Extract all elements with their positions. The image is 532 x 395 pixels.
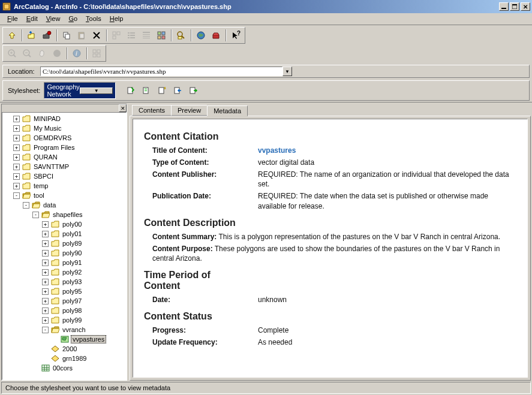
tab-metadata[interactable]: Metadata — [207, 105, 248, 116]
thumbnails-button[interactable] — [155, 29, 168, 42]
create-metadata-button[interactable] — [155, 84, 169, 97]
create-thumbnail-button[interactable] — [90, 47, 103, 60]
tree-item[interactable]: +poly91 — [2, 258, 126, 267]
edit-metadata-button[interactable] — [124, 84, 137, 97]
tree-item[interactable]: +OEMDRVRS — [2, 133, 126, 143]
tree-toggle[interactable]: - — [32, 212, 39, 218]
arcmap-button[interactable] — [194, 29, 208, 42]
tab-preview[interactable]: Preview — [171, 105, 208, 116]
tree-toggle[interactable]: + — [13, 116, 20, 122]
tree-toggle[interactable]: + — [13, 154, 20, 161]
tree-item[interactable]: grn1989 — [2, 354, 126, 363]
svg-rect-18 — [130, 37, 135, 38]
tree-toggle[interactable]: + — [13, 144, 20, 151]
tab-contents[interactable]: Contents — [132, 105, 172, 116]
help-pointer-button[interactable]: ? — [229, 29, 242, 42]
tree-item[interactable]: -shapefiles — [2, 210, 126, 219]
tree-item[interactable]: +poly98 — [2, 306, 126, 315]
location-input[interactable] — [40, 67, 282, 76]
titlebar: ArcCatalog - ArcInfo - C:\tool\data\shap… — [0, 0, 532, 13]
title-value[interactable]: vvpastures — [258, 146, 516, 156]
tree-toggle[interactable]: + — [13, 173, 20, 180]
tree-item[interactable]: -tool — [2, 191, 126, 200]
tree-item[interactable]: +SBPCI — [2, 171, 126, 181]
tree-toggle[interactable]: + — [13, 164, 20, 170]
tree-toggle[interactable]: + — [13, 135, 20, 141]
tree-toggle[interactable]: + — [42, 221, 49, 228]
tree-toggle[interactable]: + — [42, 269, 49, 276]
list-button[interactable] — [125, 29, 138, 42]
tree-item[interactable]: -vvranch — [2, 325, 126, 334]
paste-button[interactable] — [75, 29, 88, 42]
import-metadata-button[interactable] — [171, 84, 184, 97]
tree-item[interactable]: +SAVNTTMP — [2, 162, 126, 171]
tree-toggle[interactable]: + — [42, 307, 49, 314]
tree-item[interactable]: +MINIPAD — [2, 114, 126, 123]
tree-item[interactable]: +poly95 — [2, 287, 126, 296]
arctoolbox-button[interactable] — [209, 29, 223, 42]
svg-rect-28 — [178, 37, 182, 39]
tree-toggle[interactable]: + — [13, 183, 20, 189]
tree-toggle[interactable]: + — [42, 240, 49, 247]
menu-file[interactable]: FFileile — [4, 14, 22, 23]
svg-rect-36 — [93, 50, 96, 53]
tree-item[interactable]: +poly90 — [2, 248, 126, 258]
delete-button[interactable] — [90, 29, 103, 42]
svg-rect-37 — [97, 50, 100, 53]
tree-item[interactable]: 2000 — [2, 344, 126, 354]
tree-item[interactable]: +My Music — [2, 123, 126, 133]
location-dropdown-button[interactable]: ▼ — [282, 67, 292, 76]
tree-toggle[interactable]: - — [42, 327, 49, 333]
tree-item[interactable]: +poly89 — [2, 239, 126, 248]
tree-item[interactable]: +Program Files — [2, 143, 126, 152]
tree-toggle[interactable]: + — [42, 231, 49, 237]
up-button[interactable] — [5, 29, 19, 42]
tree-item[interactable]: -data — [2, 200, 126, 210]
tree-item[interactable]: +poly00 — [2, 219, 126, 229]
tree-scroll[interactable]: +MINIPAD+My Music+OEMDRVRS+Program Files… — [2, 112, 127, 380]
close-button[interactable]: ✕ — [521, 2, 530, 11]
tree-item[interactable]: +temp — [2, 181, 126, 191]
tree-item[interactable]: +QURAN — [2, 152, 126, 162]
tree-item[interactable]: +poly99 — [2, 315, 126, 325]
menu-view[interactable]: View — [43, 14, 64, 23]
tree-close-button[interactable]: ✕ — [119, 104, 127, 112]
menu-go[interactable]: Go — [65, 14, 81, 23]
metadata-view[interactable]: Content Citation Title of Content:vvpast… — [133, 119, 528, 378]
tree-toggle[interactable]: + — [42, 279, 49, 285]
export-metadata-button[interactable] — [187, 84, 200, 97]
metadata-properties-button[interactable] — [140, 84, 153, 97]
maximize-button[interactable] — [510, 2, 519, 11]
search-button[interactable] — [175, 29, 188, 42]
tree-toggle[interactable]: - — [23, 202, 29, 209]
stylesheet-select[interactable]: Geography Network ▼ — [44, 82, 116, 99]
tree-item[interactable]: +poly01 — [2, 229, 126, 239]
tree-toggle[interactable]: + — [13, 125, 20, 132]
zoom-out-button[interactable] — [20, 47, 34, 60]
menu-edit[interactable]: Edit — [23, 14, 41, 23]
tree-item[interactable]: +poly97 — [2, 296, 126, 306]
menu-tools[interactable]: Tools — [82, 14, 105, 23]
details-button[interactable] — [140, 29, 153, 42]
tree-toggle[interactable]: - — [13, 192, 20, 199]
zoom-in-button[interactable] — [5, 47, 19, 60]
menu-help[interactable]: Help — [106, 14, 127, 23]
copy-button[interactable] — [60, 29, 73, 42]
tree-item[interactable]: +poly92 — [2, 267, 126, 277]
tree-toggle[interactable]: + — [42, 317, 49, 324]
tree-toggle[interactable]: + — [42, 250, 49, 257]
pan-button[interactable] — [35, 47, 49, 60]
svg-point-27 — [178, 32, 182, 37]
large-icons-button[interactable] — [110, 29, 123, 42]
disconnect-folder-button[interactable] — [40, 29, 53, 42]
full-extent-button[interactable] — [50, 47, 64, 60]
tree-toggle[interactable]: + — [42, 298, 49, 304]
connect-folder-button[interactable] — [25, 29, 38, 42]
tree-item[interactable]: vvpastures — [2, 334, 126, 344]
tree-item[interactable]: 00cors — [2, 363, 126, 373]
tree-item[interactable]: +poly93 — [2, 277, 126, 287]
tree-toggle[interactable]: + — [42, 288, 49, 295]
minimize-button[interactable] — [499, 2, 509, 11]
tree-toggle[interactable]: + — [42, 260, 49, 266]
identify-button[interactable]: i — [70, 47, 83, 60]
